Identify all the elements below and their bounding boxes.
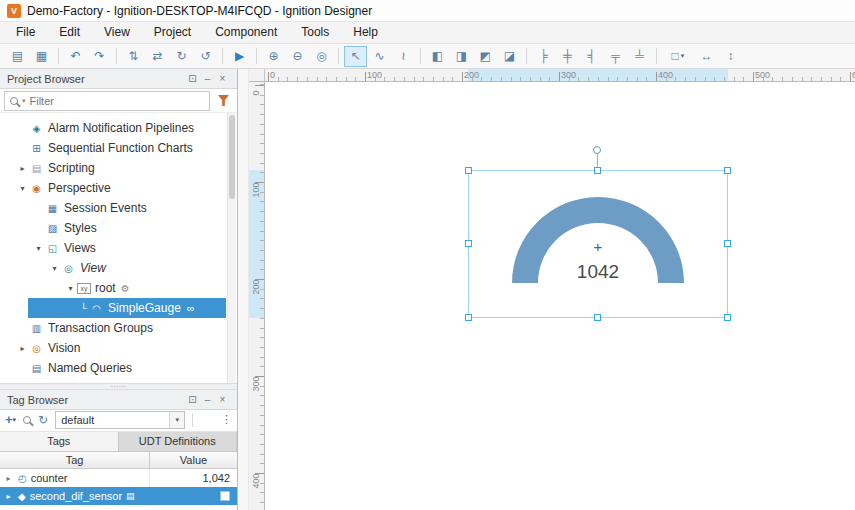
redo-button[interactable]: ↷ [88,46,111,67]
zoom-actual-button[interactable]: ◎ [310,46,333,67]
tag-value[interactable]: 1,042 [150,472,237,484]
align-top-button[interactable]: ╤ [604,46,627,67]
refresh-icon[interactable]: ↻ [38,413,48,427]
tag-row-counter[interactable]: ▸ ◴ counter 1,042 [0,469,237,487]
resize-handle-e[interactable] [724,240,731,247]
float-panel-icon[interactable]: ⊡ [185,73,200,84]
chevron-down-icon: ▾ [13,416,17,424]
match-height-button[interactable]: ↕ [719,46,742,67]
close-panel-icon[interactable]: × [215,394,230,405]
panel-splitter[interactable]: ······ [0,383,237,390]
tree-item-scripting[interactable]: ▸ ▤ Scripting [0,158,226,178]
save-all-button[interactable]: ▦ [30,46,53,67]
add-tag-button[interactable]: +▾ [5,412,16,427]
resize-handle-w[interactable] [465,240,472,247]
undo-button[interactable]: ↶ [64,46,87,67]
bring-forward-button[interactable]: ◧ [426,46,449,67]
toolbar-separator [420,48,421,64]
view-canvas[interactable]: + 1042 [265,82,855,510]
collapse-arrow-icon[interactable]: ▸ [16,344,29,353]
menu-tools[interactable]: Tools [289,22,341,43]
tree-item-styles[interactable]: ▨ Styles [0,218,226,238]
expand-arrow-icon[interactable]: ▾ [48,264,61,273]
filter-searchbox[interactable]: ▾ [4,91,210,111]
expander-icon[interactable]: ▸ [3,474,14,483]
tag-search-icon[interactable] [23,416,31,424]
menu-component[interactable]: Component [203,22,289,43]
resize-handle-se[interactable] [724,314,731,321]
resize-handle-ne[interactable] [724,167,731,174]
rotate-clockwise-button[interactable]: ↻ [170,46,193,67]
resize-handle-s[interactable] [594,314,601,321]
menu-help[interactable]: Help [341,22,390,43]
polyline-tool-button[interactable]: ≀ [392,46,415,67]
tree-item-transaction-groups[interactable]: ▥ Transaction Groups [0,318,226,338]
tree-item-label: SimpleGauge [108,301,181,315]
tab-udt-definitions[interactable]: UDT Definitions [119,432,238,451]
minimize-panel-icon[interactable]: – [200,73,215,84]
resize-handle-sw[interactable] [465,314,472,321]
zoom-in-button[interactable]: ⊕ [262,46,285,67]
menu-project[interactable]: Project [142,22,203,43]
minimize-panel-icon[interactable]: – [200,394,215,405]
align-bottom-button[interactable]: ╧ [628,46,651,67]
filter-input[interactable] [30,95,204,107]
expander-icon[interactable]: ▸ [3,492,14,501]
close-panel-icon[interactable]: × [215,73,230,84]
tree-item-alarm-notification-pipelines[interactable]: ◈ Alarm Notification Pipelines [0,118,226,138]
root-container-icon: xy [77,283,91,294]
filter-options-icon[interactable] [218,95,229,106]
flip-horizontal-button[interactable]: ⇄ [146,46,169,67]
tree-item-perspective[interactable]: ▾ ◉ Perspective [0,178,226,198]
tree-item-view[interactable]: ▾ ◎ View [0,258,226,278]
simplegauge-component-selection[interactable]: + 1042 [468,170,728,318]
menu-edit[interactable]: Edit [47,22,92,43]
preview-mode-button[interactable]: ▶ [228,46,251,67]
curve-tool-button[interactable]: ∿ [368,46,391,67]
expand-arrow-icon[interactable]: ▾ [32,244,45,253]
boolean-checkbox[interactable] [220,491,230,501]
align-left-button[interactable]: ╞ [532,46,555,67]
tree-item-session-events[interactable]: ▦ Session Events [0,198,226,218]
tag-row-second-dif-sensor[interactable]: ▸ ◆ second_dif_sensor ▤ [0,487,237,505]
rotation-handle[interactable] [593,146,601,154]
resize-handle-n[interactable] [594,167,601,174]
view-icon: ◎ [61,263,76,274]
tree-item-sequential-function-charts[interactable]: ⊞ Sequential Function Charts [0,138,226,158]
expand-arrow-icon[interactable]: ▾ [64,284,77,293]
tree-item-vision[interactable]: ▸ ◎ Vision [0,338,226,358]
send-backward-button[interactable]: ◨ [450,46,473,67]
ignition-designer-window: V Demo-Factory - Ignition-DESKTOP-M4IFCQ… [0,0,855,510]
send-to-back-button[interactable]: ◪ [498,46,521,67]
tag-provider-select[interactable]: default ▾ [55,411,185,429]
rotate-counterclockwise-button[interactable]: ↺ [194,46,217,67]
scrollbar-thumb[interactable] [229,115,235,199]
tree-item-root[interactable]: ▾ xy root ⚙ [0,278,226,298]
collapse-arrow-icon[interactable]: ▸ [16,164,29,173]
menu-file[interactable]: File [4,22,47,43]
align-right-button[interactable]: ╡ [580,46,603,67]
column-value[interactable]: Value [150,452,237,469]
shapes-dropdown[interactable]: □▾ [662,46,694,67]
bring-to-front-button[interactable]: ◩ [474,46,497,67]
tree-scrollbar[interactable] [227,113,236,383]
more-options-icon[interactable]: ⋮ [221,413,232,426]
window-title: Demo-Factory - Ignition-DESKTOP-M4IFCQD … [27,4,372,18]
tree-item-views[interactable]: ▾ ◱ Views [0,238,226,258]
save-button[interactable]: ▤ [6,46,29,67]
flip-vertical-button[interactable]: ⇅ [122,46,145,67]
float-panel-icon[interactable]: ⊡ [185,394,200,405]
resize-handle-nw[interactable] [465,167,472,174]
tree-item-label: Perspective [48,181,111,195]
menu-view[interactable]: View [92,22,142,43]
tab-tags[interactable]: Tags [0,432,119,451]
expand-arrow-icon[interactable]: ▾ [16,184,29,193]
named-queries-icon: ▤ [29,363,44,374]
tree-item-simplegauge[interactable]: └ ◠ SimpleGauge ∞ [0,298,226,318]
column-tag[interactable]: Tag [0,452,150,469]
align-center-button[interactable]: ╪ [556,46,579,67]
selection-tool-button[interactable]: ↖ [344,46,367,67]
match-width-button[interactable]: ↔ [695,46,718,67]
tree-item-named-queries[interactable]: ▤ Named Queries [0,358,226,378]
zoom-out-button[interactable]: ⊖ [286,46,309,67]
